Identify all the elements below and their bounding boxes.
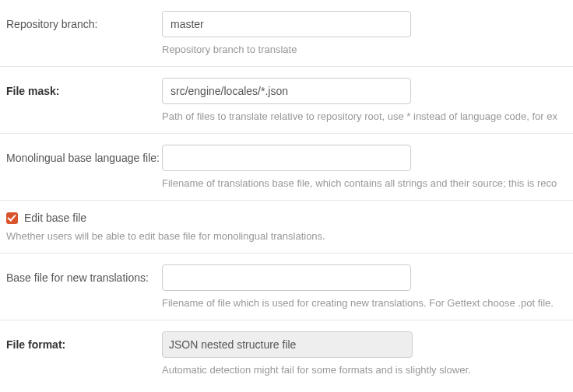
field-file-mask: Path of files to translate relative to r… [162,78,567,122]
checkbox-line-edit-base[interactable]: Edit base file [6,212,567,224]
component-settings-form: Repository branch: Repository branch to … [0,0,573,387]
row-file-mask: File mask: Path of files to translate re… [0,67,573,134]
input-mono-base[interactable] [162,145,411,171]
select-file-format[interactable]: JSON nested structure file [162,331,413,358]
input-file-mask[interactable] [162,78,411,104]
row-mono-base: Monolingual base language file: Filename… [0,134,573,201]
input-base-new[interactable] [162,264,411,291]
row-edit-base: Edit base file Whether users will be abl… [0,201,573,254]
help-file-format: Automatic detection might fail for some … [162,364,567,376]
help-file-mask: Path of files to translate relative to r… [162,110,567,122]
help-base-new: Filename of file which is used for creat… [162,297,567,309]
select-file-format-value: JSON nested structure file [169,338,296,351]
label-file-mask: File mask: [6,78,162,98]
help-mono-base: Filename of translations base file, whic… [162,177,567,189]
row-base-new: Base file for new translations: Filename… [0,254,573,320]
help-edit-base: Whether users will be able to edit base … [6,230,567,242]
field-base-new: Filename of file which is used for creat… [162,264,567,309]
label-edit-base: Edit base file [24,212,86,224]
row-repository-branch: Repository branch: Repository branch to … [0,0,573,67]
checkbox-edit-base[interactable] [6,212,18,224]
field-file-format: JSON nested structure file Automatic det… [162,331,567,376]
label-repository-branch: Repository branch: [6,11,162,31]
field-repository-branch: Repository branch to translate [162,11,567,55]
label-base-new: Base file for new translations: [6,264,162,285]
field-mono-base: Filename of translations base file, whic… [162,145,567,189]
label-file-format: File format: [6,331,162,352]
row-file-format: File format: JSON nested structure file … [0,320,573,387]
help-repository-branch: Repository branch to translate [162,44,567,55]
input-repository-branch[interactable] [162,11,411,37]
label-mono-base: Monolingual base language file: [6,145,162,165]
